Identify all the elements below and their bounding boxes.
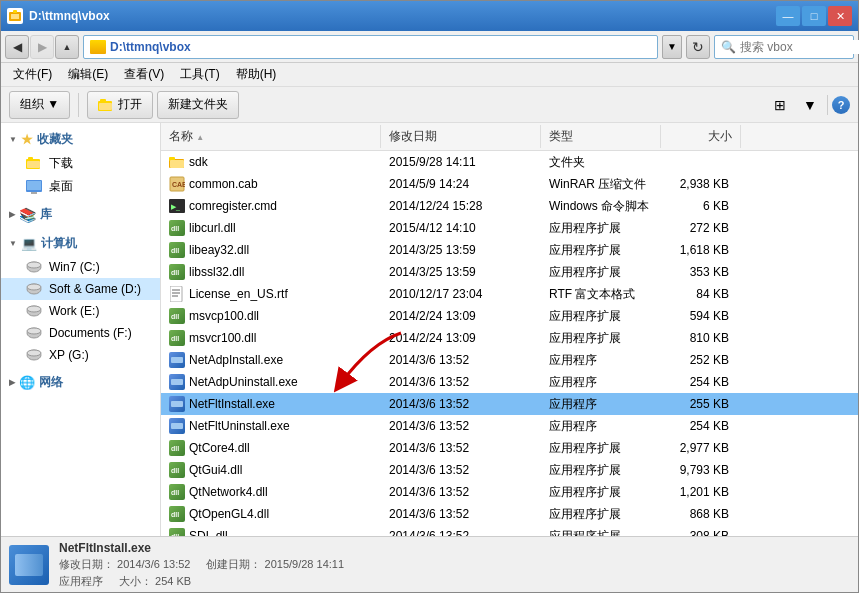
- svg-text:CAB: CAB: [172, 181, 185, 188]
- svg-rect-50: [171, 423, 183, 429]
- svg-rect-46: [171, 379, 183, 385]
- svg-rect-1: [11, 14, 19, 19]
- computer-label: 计算机: [41, 235, 77, 252]
- search-input[interactable]: [740, 40, 859, 54]
- status-file-icon: [9, 545, 49, 585]
- file-row[interactable]: dllQtOpenGL4.dll2014/3/6 13:52应用程序扩展868 …: [161, 503, 858, 525]
- file-row[interactable]: dllmsvcr100.dll2014/2/24 13:09应用程序扩展810 …: [161, 327, 858, 349]
- svg-text:dll: dll: [171, 335, 179, 342]
- view-toggle-button[interactable]: ⊞: [767, 92, 793, 118]
- file-type-text: 应用程序扩展: [541, 439, 661, 458]
- file-date-text: 2014/3/6 13:52: [381, 528, 541, 536]
- file-size-text: 594 KB: [661, 308, 741, 324]
- file-date-text: 2015/4/12 14:10: [381, 220, 541, 236]
- file-type-text: 应用程序: [541, 395, 661, 414]
- organize-button[interactable]: 组织 ▼: [9, 91, 70, 119]
- file-row[interactable]: dllSDL.dll2014/3/6 13:52应用程序扩展308 KB: [161, 525, 858, 536]
- new-folder-button[interactable]: 新建文件夹: [157, 91, 239, 119]
- sidebar-item-downloads[interactable]: 下载: [1, 152, 160, 175]
- sidebar-section-favorites-header[interactable]: ▼ ★ 收藏夹: [1, 127, 160, 152]
- forward-button[interactable]: ▶: [30, 35, 54, 59]
- svg-text:dll: dll: [171, 467, 179, 474]
- status-size: 大小： 254 KB: [119, 574, 191, 589]
- file-name-text: QtOpenGL4.dll: [189, 507, 269, 521]
- file-row[interactable]: dllQtGui4.dll2014/3/6 13:52应用程序扩展9,793 K…: [161, 459, 858, 481]
- file-row[interactable]: NetAdpInstall.exe2014/3/6 13:52应用程序252 K…: [161, 349, 858, 371]
- menu-edit[interactable]: 编辑(E): [60, 64, 116, 85]
- sidebar-item-e-drive[interactable]: Work (E:): [1, 300, 160, 322]
- file-row[interactable]: dlllibssl32.dll2014/3/25 13:59应用程序扩展353 …: [161, 261, 858, 283]
- address-dropdown-button[interactable]: ▼: [662, 35, 682, 59]
- file-name-text: SDL.dll: [189, 529, 228, 536]
- file-row[interactable]: sdk2015/9/28 14:11文件夹: [161, 151, 858, 173]
- svg-text:▶_: ▶_: [171, 203, 180, 211]
- search-box[interactable]: 🔍: [714, 35, 854, 59]
- menu-tools[interactable]: 工具(T): [172, 64, 227, 85]
- star-icon: ★: [21, 132, 33, 147]
- file-name-text: NetAdpUninstall.exe: [189, 375, 298, 389]
- file-row[interactable]: dlllibcurl.dll2015/4/12 14:10应用程序扩展272 K…: [161, 217, 858, 239]
- file-type-text: 应用程序扩展: [541, 241, 661, 260]
- file-row[interactable]: NetFltInstall.exe2014/3/6 13:52应用程序255 K…: [161, 393, 858, 415]
- file-row[interactable]: dllQtNetwork4.dll2014/3/6 13:52应用程序扩展1,2…: [161, 481, 858, 503]
- file-list-scroll[interactable]: sdk2015/9/28 14:11文件夹CABcommon.cab2014/5…: [161, 151, 858, 536]
- sidebar-section-favorites: ▼ ★ 收藏夹 下载: [1, 127, 160, 198]
- file-date-text: 2014/3/6 13:52: [381, 352, 541, 368]
- downloads-icon: [25, 156, 43, 172]
- svg-point-15: [27, 284, 41, 290]
- sidebar-section-network-header[interactable]: ▶ 🌐 网络: [1, 370, 160, 395]
- search-icon: 🔍: [721, 40, 736, 54]
- exe-file-icon: [169, 352, 185, 368]
- col-header-date[interactable]: 修改日期: [381, 125, 541, 148]
- menu-bar: 文件(F) 编辑(E) 查看(V) 工具(T) 帮助(H): [1, 63, 858, 87]
- file-row[interactable]: dllQtCore4.dll2014/3/6 13:52应用程序扩展2,977 …: [161, 437, 858, 459]
- file-size-text: 1,618 KB: [661, 242, 741, 258]
- file-row[interactable]: dlllibeay32.dll2014/3/25 13:59应用程序扩展1,61…: [161, 239, 858, 261]
- col-header-name[interactable]: 名称 ▲: [161, 125, 381, 148]
- toolbar: 组织 ▼ 打开 新建文件夹 ⊞ ▼ ?: [1, 87, 858, 123]
- downloads-label: 下载: [49, 155, 73, 172]
- close-button[interactable]: ✕: [828, 6, 852, 26]
- dll-file-icon: dll: [169, 242, 185, 258]
- sidebar-item-g-drive[interactable]: XP (G:): [1, 344, 160, 366]
- file-date-text: 2014/3/6 13:52: [381, 374, 541, 390]
- col-header-size[interactable]: 大小: [661, 125, 741, 148]
- file-row[interactable]: dllmsvcp100.dll2014/2/24 13:09应用程序扩展594 …: [161, 305, 858, 327]
- svg-text:dll: dll: [171, 269, 179, 276]
- sidebar-item-f-drive[interactable]: Documents (F:): [1, 322, 160, 344]
- view-dropdown-button[interactable]: ▼: [797, 92, 823, 118]
- d-drive-icon: [25, 281, 43, 297]
- sidebar-item-c-drive[interactable]: Win7 (C:): [1, 256, 160, 278]
- file-name-text: sdk: [189, 155, 208, 169]
- menu-file[interactable]: 文件(F): [5, 64, 60, 85]
- c-drive-icon: [25, 259, 43, 275]
- maximize-button[interactable]: □: [802, 6, 826, 26]
- file-row[interactable]: ▶_comregister.cmd2014/12/24 15:28Windows…: [161, 195, 858, 217]
- file-row[interactable]: CABcommon.cab2014/5/9 14:24WinRAR 压缩文件2,…: [161, 173, 858, 195]
- file-row[interactable]: NetAdpUninstall.exe2014/3/6 13:52应用程序254…: [161, 371, 858, 393]
- minimize-button[interactable]: —: [776, 6, 800, 26]
- network-label: 网络: [39, 374, 63, 391]
- menu-help[interactable]: 帮助(H): [228, 64, 285, 85]
- open-button[interactable]: 打开: [87, 91, 153, 119]
- address-input-wrap[interactable]: D:\ttmnq\vbox: [83, 35, 658, 59]
- file-row[interactable]: NetFltUninstall.exe2014/3/6 13:52应用程序254…: [161, 415, 858, 437]
- svg-point-21: [27, 350, 41, 356]
- back-button[interactable]: ◀: [5, 35, 29, 59]
- file-row[interactable]: License_en_US.rtf2010/12/17 23:04RTF 富文本…: [161, 283, 858, 305]
- d-drive-label: Soft & Game (D:): [49, 282, 141, 296]
- up-button[interactable]: ▲: [55, 35, 79, 59]
- sidebar-section-computer-header[interactable]: ▼ 💻 计算机: [1, 231, 160, 256]
- sidebar-section-library-header[interactable]: ▶ 📚 库: [1, 202, 160, 227]
- window-controls: — □ ✕: [776, 6, 852, 26]
- sidebar-item-desktop[interactable]: 桌面: [1, 175, 160, 198]
- file-name-text: QtNetwork4.dll: [189, 485, 268, 499]
- sidebar-item-d-drive[interactable]: Soft & Game (D:): [1, 278, 160, 300]
- help-button[interactable]: ?: [832, 96, 850, 114]
- dll-file-icon: dll: [169, 440, 185, 456]
- refresh-button[interactable]: ↻: [686, 35, 710, 59]
- col-header-type[interactable]: 类型: [541, 125, 661, 148]
- file-size-text: 254 KB: [661, 418, 741, 434]
- menu-view[interactable]: 查看(V): [116, 64, 172, 85]
- status-filename: NetFltInstall.exe: [59, 541, 344, 555]
